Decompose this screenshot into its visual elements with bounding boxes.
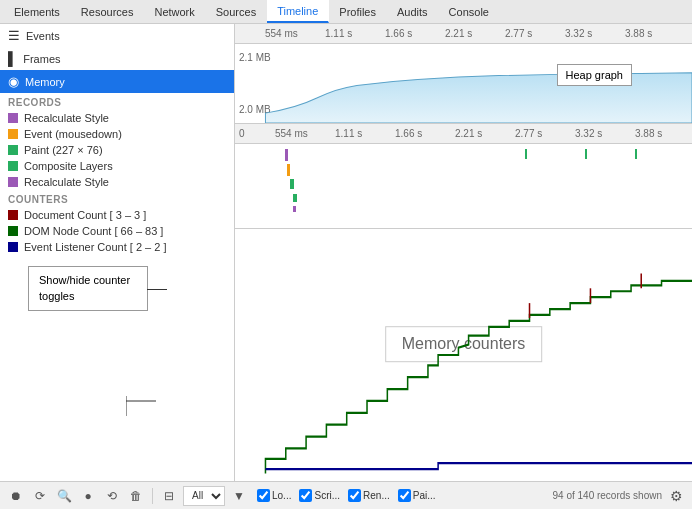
counter-event-listener: Event Listener Count [ 2 – 2 ] xyxy=(0,239,234,255)
sidebar-item-events[interactable]: ☰ Events xyxy=(0,24,234,47)
counter-label-event-listener: Event Listener Count [ 2 – 2 ] xyxy=(24,241,166,253)
top-nav: Elements Resources Network Sources Timel… xyxy=(0,0,692,24)
heap-graph-area: 2.1 MB 2.0 MB Heap graph xyxy=(235,44,692,124)
counter-color-dom-node xyxy=(8,226,18,236)
event-composite xyxy=(293,194,297,202)
nav-sources[interactable]: Sources xyxy=(206,0,267,23)
mid-tick-388s: 3.88 s xyxy=(635,128,662,139)
nav-resources[interactable]: Resources xyxy=(71,0,145,23)
filter-scripting-checkbox[interactable] xyxy=(299,489,312,502)
tick-111s-top: 1.11 s xyxy=(325,28,352,39)
counter-dom-node: DOM Node Count [ 66 – 83 ] xyxy=(0,223,234,239)
filter-rendering-checkbox[interactable] xyxy=(348,489,361,502)
record-label-paint: Paint (227 × 76) xyxy=(24,144,103,156)
tick-277s-top: 2.77 s xyxy=(505,28,532,39)
filter-rendering[interactable]: Ren... xyxy=(348,489,390,502)
record-color-composite xyxy=(8,161,18,171)
mid-ruler: 0 554 ms 1.11 s 1.66 s 2.21 s 2.77 s 3.3… xyxy=(235,124,692,144)
record-color-recalculate-1 xyxy=(8,113,18,123)
record-label-recalculate-1: Recalculate Style xyxy=(24,112,109,124)
counter-document: Document Count [ 3 – 3 ] xyxy=(0,207,234,223)
filter-rendering-label: Ren... xyxy=(363,490,390,501)
stop-recording-btn[interactable]: ⏺ xyxy=(6,486,26,506)
memory-icon: ◉ xyxy=(8,74,19,89)
record-paint: Paint (227 × 76) xyxy=(0,142,234,158)
counter-color-document xyxy=(8,210,18,220)
mid-tick-166s: 1.66 s xyxy=(395,128,422,139)
nav-network[interactable]: Network xyxy=(144,0,205,23)
tick-388s-top: 3.88 s xyxy=(625,28,652,39)
sidebar-item-events-label: Events xyxy=(26,30,60,42)
tick-166s-top: 1.66 s xyxy=(385,28,412,39)
delete-btn[interactable]: 🗑 xyxy=(126,486,146,506)
event-paint xyxy=(290,179,294,189)
counter-label-dom-node: DOM Node Count [ 66 – 83 ] xyxy=(24,225,163,237)
mid-tick-554ms: 554 ms xyxy=(275,128,308,139)
sidebar-item-memory[interactable]: ◉ Memory xyxy=(0,70,234,93)
record-color-paint xyxy=(8,145,18,155)
mid-tick-332s: 3.32 s xyxy=(575,128,602,139)
toggle-annotation: Show/hide counter toggles xyxy=(28,266,148,311)
event-recalculate-2 xyxy=(293,206,296,212)
filter-select[interactable]: All xyxy=(183,486,225,506)
right-panel: 554 ms 1.11 s 1.66 s 2.21 s 2.77 s 3.32 … xyxy=(235,24,692,481)
nav-elements[interactable]: Elements xyxy=(4,0,71,23)
sidebar-item-frames-label: Frames xyxy=(23,53,60,65)
tick-332s-top: 3.32 s xyxy=(565,28,592,39)
record-label-mousedown: Event (mousedown) xyxy=(24,128,122,140)
clear-btn[interactable]: ⟳ xyxy=(30,486,50,506)
mid-tick-0: 0 xyxy=(239,128,245,139)
filter-loading[interactable]: Lo... xyxy=(257,489,291,502)
filter-painting-label: Pai... xyxy=(413,490,436,501)
record-color-recalculate-2 xyxy=(8,177,18,187)
nav-console[interactable]: Console xyxy=(439,0,500,23)
event-marker-1 xyxy=(525,149,527,159)
filter-loading-label: Lo... xyxy=(272,490,291,501)
search-btn[interactable]: 🔍 xyxy=(54,486,74,506)
sidebar-item-frames[interactable]: ▌ Frames xyxy=(0,47,234,70)
main-layout: ☰ Events ▌ Frames ◉ Memory RECORDS Recal… xyxy=(0,24,692,481)
tick-554ms-top: 554 ms xyxy=(265,28,298,39)
events-icon: ☰ xyxy=(8,28,20,43)
event-mousedown xyxy=(287,164,290,176)
filter-painting-checkbox[interactable] xyxy=(398,489,411,502)
records-timeline xyxy=(235,144,692,229)
tick-221s-top: 2.21 s xyxy=(445,28,472,39)
settings-gear-btn[interactable]: ⚙ xyxy=(666,486,686,506)
record-label-recalculate-2: Recalculate Style xyxy=(24,176,109,188)
filter-scripting[interactable]: Scri... xyxy=(299,489,340,502)
top-ruler: 554 ms 1.11 s 1.66 s 2.21 s 2.77 s 3.32 … xyxy=(235,24,692,44)
nav-profiles[interactable]: Profiles xyxy=(329,0,387,23)
records-section-title: RECORDS xyxy=(0,93,234,110)
sidebar: ☰ Events ▌ Frames ◉ Memory RECORDS Recal… xyxy=(0,24,235,481)
nav-timeline[interactable]: Timeline xyxy=(267,0,329,23)
mid-tick-111s: 1.11 s xyxy=(335,128,362,139)
mid-tick-277s: 2.77 s xyxy=(515,128,542,139)
record-btn[interactable]: ● xyxy=(78,486,98,506)
records-count: 94 of 140 records shown xyxy=(552,490,662,501)
filter-loading-checkbox[interactable] xyxy=(257,489,270,502)
frames-icon: ▌ xyxy=(8,51,17,66)
filter-dropdown-btn[interactable]: ▼ xyxy=(229,486,249,506)
toggle-arrow xyxy=(126,386,166,416)
nav-audits[interactable]: Audits xyxy=(387,0,439,23)
event-recalculate-1 xyxy=(285,149,288,161)
mid-tick-221s: 2.21 s xyxy=(455,128,482,139)
memory-counters-svg xyxy=(235,229,692,481)
record-composite: Composite Layers xyxy=(0,158,234,174)
filter-painting[interactable]: Pai... xyxy=(398,489,436,502)
sidebar-item-memory-label: Memory xyxy=(25,76,65,88)
record-recalculate-style-2: Recalculate Style xyxy=(0,174,234,190)
filter-toggle-btn[interactable]: ⊟ xyxy=(159,486,179,506)
event-marker-2 xyxy=(585,149,587,159)
counter-label-document: Document Count [ 3 – 3 ] xyxy=(24,209,146,221)
filter-scripting-label: Scri... xyxy=(314,490,340,501)
reload-btn[interactable]: ⟲ xyxy=(102,486,122,506)
record-label-composite: Composite Layers xyxy=(24,160,113,172)
event-marker-3 xyxy=(635,149,637,159)
bottom-toolbar: ⏺ ⟳ 🔍 ● ⟲ 🗑 ⊟ All ▼ Lo... Scri... Ren...… xyxy=(0,481,692,509)
record-mousedown: Event (mousedown) xyxy=(0,126,234,142)
heap-annotation: Heap graph xyxy=(557,64,633,86)
toolbar-separator-1 xyxy=(152,488,153,504)
record-recalculate-style-1: Recalculate Style xyxy=(0,110,234,126)
